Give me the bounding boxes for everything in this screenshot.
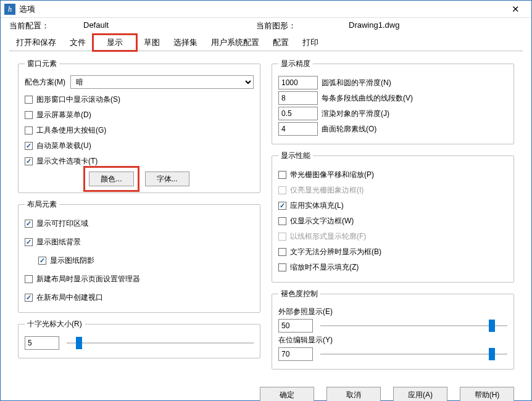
cb-screen-menu[interactable]	[25, 111, 33, 119]
cb-paper-bg-label[interactable]: 显示图纸背景	[36, 237, 81, 247]
inplace-fade-slider[interactable]	[320, 348, 507, 360]
layout-elements-legend: 布局元素	[25, 199, 59, 210]
cb-solid-fill[interactable]	[278, 202, 286, 210]
config-info-row: 当前配置： Default 当前图形： Drawing1.dwg	[1, 18, 531, 33]
app-icon: h	[4, 4, 15, 15]
current-drawing-label: 当前图形：	[256, 20, 349, 31]
window-elements-group: 窗口元素 配色方案(M) 暗 图形窗口中显示滚动条(S) 显示屏幕菜单(D) 工…	[18, 59, 260, 193]
inplace-fade-label: 在位编辑显示(Y)	[278, 335, 507, 345]
dialog-buttons: 确定 取消 应用(A) 帮助(H)	[1, 382, 531, 401]
surface-contour-label: 曲面轮廓素线(O)	[322, 124, 376, 134]
display-precision-group: 显示精度 圆弧和圆的平滑度(N) 每条多段线曲线的线段数(V) 渲染对象的平滑度…	[272, 59, 514, 144]
xref-fade-input[interactable]	[278, 319, 313, 333]
display-performance-group: 显示性能 带光栅图像平移和缩放(P) 仅亮显光栅图象边框(I) 应用实体填充(L…	[272, 151, 514, 283]
tab-profiles[interactable]: 配置	[266, 34, 296, 51]
close-icon[interactable]: ✕	[503, 1, 528, 18]
cb-raster-frame-label: 仅亮显光栅图象边框(I)	[290, 185, 364, 196]
fonts-button[interactable]: 字体...	[145, 172, 189, 186]
current-drawing-value: Drawing1.dwg	[349, 20, 399, 31]
help-button[interactable]: 帮助(H)	[460, 387, 514, 401]
tab-files[interactable]: 文件	[63, 34, 93, 51]
cb-raster-frame	[278, 186, 286, 194]
arc-smoothness-label: 圆弧和圆的平滑度(N)	[322, 78, 391, 88]
crosshair-legend: 十字光标大小(R)	[25, 319, 85, 329]
fade-control-legend: 褪色度控制	[278, 289, 320, 299]
cb-screen-menu-label[interactable]: 显示屏幕菜单(D)	[36, 110, 91, 120]
cb-raster-pan-label[interactable]: 带光栅图像平移和缩放(P)	[290, 170, 374, 180]
tab-open-save[interactable]: 打开和保存	[9, 34, 63, 51]
inplace-fade-input[interactable]	[278, 347, 313, 361]
polyline-segments-label: 每条多段线曲线的线段数(V)	[322, 93, 413, 104]
left-column: 窗口元素 配色方案(M) 暗 图形窗口中显示滚动条(S) 显示屏幕菜单(D) 工…	[18, 59, 260, 376]
cb-create-viewport-label[interactable]: 在新布局中创建视口	[36, 292, 103, 303]
cb-large-buttons[interactable]	[25, 126, 33, 134]
arc-smoothness-input[interactable]	[278, 76, 318, 89]
cb-pagesetup-on-new-label[interactable]: 新建布局时显示页面设置管理器	[36, 274, 140, 284]
current-config-value: Default	[83, 20, 109, 31]
cb-solid-fill-label[interactable]: 应用实体填充(L)	[290, 200, 344, 211]
xref-fade-thumb[interactable]	[489, 320, 495, 332]
crosshair-slider-thumb[interactable]	[76, 337, 82, 349]
crosshair-size-input[interactable]	[25, 336, 59, 350]
cb-paper-bg[interactable]	[25, 238, 33, 246]
cb-scrollbars[interactable]	[25, 96, 33, 104]
tab-bar: 打开和保存 文件 显示 草图 选择集 用户系统配置 配置 打印	[1, 34, 531, 51]
cb-printable-area[interactable]	[25, 220, 33, 228]
crosshair-group: 十字光标大小(R)	[18, 319, 260, 358]
xref-fade-slider[interactable]	[320, 320, 507, 332]
layout-elements-group: 布局元素 显示可打印区域 显示图纸背景 显示图纸阴影 新建布局时显示页面设置管理…	[18, 199, 260, 313]
inplace-fade-thumb[interactable]	[489, 348, 495, 360]
tab-drafting[interactable]: 草图	[137, 34, 167, 51]
cb-wireframe-label: 以线框形式显示轮廓(F)	[290, 231, 366, 242]
window-title: 选项	[19, 4, 503, 15]
crosshair-slider[interactable]	[67, 337, 254, 349]
titlebar: h 选项 ✕	[1, 1, 531, 18]
cb-zoom-fill-label[interactable]: 缩放时不显示填充(Z)	[290, 262, 359, 273]
options-dialog: h 选项 ✕ 当前配置： Default 当前图形： Drawing1.dwg …	[0, 0, 532, 401]
cb-pagesetup-on-new[interactable]	[25, 275, 33, 283]
cb-text-as-box-label[interactable]: 文字无法分辨时显示为框(B)	[290, 247, 381, 257]
cb-text-frame-label[interactable]: 仅显示文字边框(W)	[290, 216, 354, 226]
cb-printable-area-label[interactable]: 显示可打印区域	[36, 218, 88, 229]
tab-plot[interactable]: 打印	[296, 34, 325, 51]
xref-fade-label: 外部参照显示(E)	[278, 307, 507, 317]
cb-text-frame[interactable]	[278, 217, 286, 225]
tab-user-prefs[interactable]: 用户系统配置	[204, 34, 266, 51]
cb-scrollbars-label[interactable]: 图形窗口中显示滚动条(S)	[36, 94, 120, 105]
cb-zoom-fill[interactable]	[278, 263, 286, 271]
cb-create-viewport[interactable]	[25, 294, 33, 302]
content-area: 窗口元素 配色方案(M) 暗 图形窗口中显示滚动条(S) 显示屏幕菜单(D) 工…	[1, 51, 531, 382]
tab-display[interactable]: 显示	[93, 34, 137, 51]
cb-text-as-box[interactable]	[278, 248, 286, 256]
fade-control-group: 褪色度控制 外部参照显示(E) 在位编辑显示(Y)	[272, 289, 514, 370]
current-config-label: 当前配置：	[9, 20, 83, 31]
surface-contour-input[interactable]	[278, 122, 318, 136]
window-elements-legend: 窗口元素	[25, 59, 59, 69]
tab-selection[interactable]: 选择集	[167, 34, 204, 51]
cb-paper-shadow[interactable]	[38, 257, 46, 265]
cancel-button[interactable]: 取消	[326, 387, 381, 401]
polyline-segments-input[interactable]	[278, 91, 318, 105]
cb-file-tabs[interactable]	[25, 157, 33, 165]
display-performance-legend: 显示性能	[278, 151, 313, 161]
color-scheme-select[interactable]: 暗	[70, 75, 254, 89]
apply-button[interactable]: 应用(A)	[393, 387, 447, 401]
render-smoothness-label: 渲染对象的平滑度(J)	[322, 109, 389, 119]
cb-auto-menu-load-label[interactable]: 自动菜单装载(U)	[36, 141, 91, 151]
cb-paper-shadow-label[interactable]: 显示图纸阴影	[50, 255, 94, 266]
cb-wireframe	[278, 233, 286, 241]
render-smoothness-input[interactable]	[278, 107, 318, 120]
cb-auto-menu-load[interactable]	[25, 142, 33, 150]
cb-file-tabs-label[interactable]: 显示文件选项卡(T)	[36, 156, 98, 167]
display-precision-legend: 显示精度	[278, 59, 313, 69]
colors-button[interactable]: 颜色...	[89, 172, 133, 186]
ok-button[interactable]: 确定	[260, 387, 314, 401]
cb-large-buttons-label[interactable]: 工具条使用大按钮(G)	[36, 125, 106, 136]
color-scheme-label: 配色方案(M)	[25, 77, 65, 88]
right-column: 显示精度 圆弧和圆的平滑度(N) 每条多段线曲线的线段数(V) 渲染对象的平滑度…	[272, 59, 514, 376]
cb-raster-pan[interactable]	[278, 171, 286, 179]
